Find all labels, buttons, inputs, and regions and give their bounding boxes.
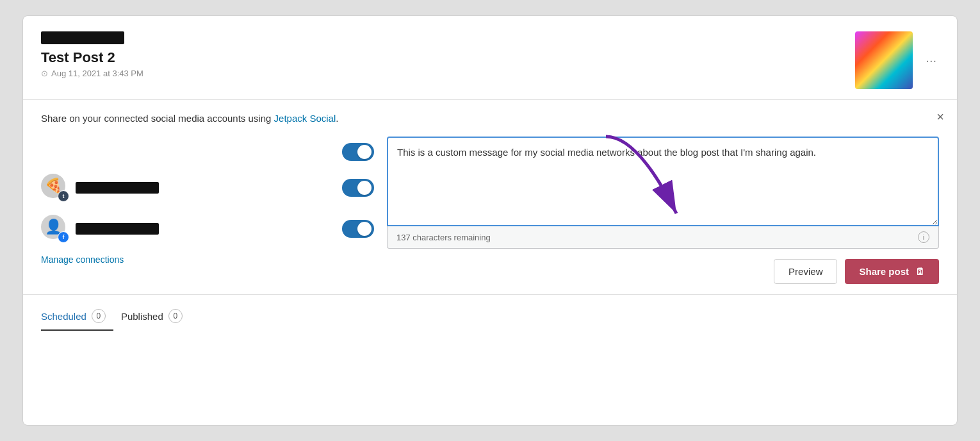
- char-remaining-text: 137 characters remaining: [396, 233, 491, 242]
- account-toggle-facebook[interactable]: [342, 220, 374, 238]
- tab-published-count: 0: [168, 309, 183, 323]
- message-textarea[interactable]: [387, 137, 939, 226]
- more-options-icon[interactable]: ···: [923, 51, 939, 71]
- share-post-button[interactable]: Share post 🗓: [845, 259, 939, 284]
- tumblr-account-info: 🍕 t: [41, 174, 159, 202]
- tab-scheduled-label: Scheduled: [41, 311, 86, 322]
- post-title: Test Post 2: [41, 49, 143, 66]
- tumblr-account-name-redacted: [76, 182, 159, 194]
- content-columns: 🍕 t 👤 f: [41, 137, 939, 284]
- clock-icon: ⊙: [41, 69, 48, 78]
- preview-button[interactable]: Preview: [774, 259, 837, 284]
- card-header: Test Post 2 ⊙ Aug 11, 2021 at 3:43 PM ··…: [23, 16, 957, 100]
- facebook-badge: f: [58, 231, 69, 243]
- facebook-account-name-redacted: [76, 223, 159, 235]
- social-accounts-panel: 🍕 t 👤 f: [41, 137, 374, 265]
- action-buttons: Preview Share post 🗓: [387, 259, 939, 284]
- card-footer: Scheduled 0 Published 0: [23, 295, 957, 335]
- manage-connections-link[interactable]: Manage connections: [41, 254, 374, 265]
- tumblr-badge: t: [58, 190, 69, 202]
- tab-published-label: Published: [121, 311, 163, 322]
- toggle-only-row: [41, 137, 374, 167]
- share-post-label: Share post: [859, 266, 909, 277]
- facebook-account-info: 👤 f: [41, 215, 159, 243]
- char-counter: 137 characters remaining i: [387, 226, 939, 249]
- account-toggle-tumblr[interactable]: [342, 179, 374, 197]
- main-card: Test Post 2 ⊙ Aug 11, 2021 at 3:43 PM ··…: [22, 15, 958, 426]
- tab-scheduled[interactable]: Scheduled 0: [41, 305, 113, 331]
- tumblr-account-row: 🍕 t: [41, 167, 374, 208]
- jetpack-social-link[interactable]: Jetpack Social: [274, 113, 336, 124]
- share-description: Share on your connected social media acc…: [41, 113, 939, 124]
- tab-published[interactable]: Published 0: [121, 305, 190, 331]
- close-button[interactable]: ×: [936, 110, 944, 123]
- account-toggle-1[interactable]: [342, 143, 374, 161]
- redacted-title-bar: [41, 31, 124, 44]
- share-calendar-icon: 🗓: [915, 266, 925, 277]
- post-thumbnail: [855, 31, 913, 89]
- message-area: 137 characters remaining i Preview Share…: [387, 137, 939, 284]
- facebook-avatar-wrapper: 👤 f: [41, 215, 69, 243]
- tab-scheduled-count: 0: [92, 309, 106, 323]
- header-right: ···: [855, 31, 939, 89]
- card-body: Share on your connected social media acc…: [23, 100, 957, 295]
- post-info: Test Post 2 ⊙ Aug 11, 2021 at 3:43 PM: [41, 31, 143, 78]
- tumblr-avatar-wrapper: 🍕 t: [41, 174, 69, 202]
- info-icon[interactable]: i: [918, 231, 929, 243]
- post-date: ⊙ Aug 11, 2021 at 3:43 PM: [41, 69, 143, 78]
- facebook-account-row: 👤 f: [41, 208, 374, 249]
